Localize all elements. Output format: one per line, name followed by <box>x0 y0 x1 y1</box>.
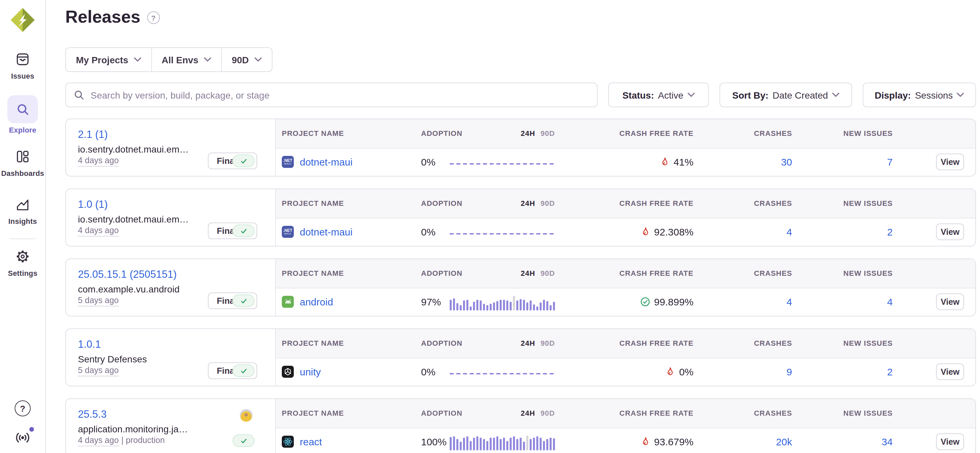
adoption-value: 0% <box>421 226 435 237</box>
new-issues-link[interactable]: 7 <box>887 156 893 167</box>
project-link[interactable]: unity <box>300 366 321 377</box>
range-90d-toggle[interactable]: 90D <box>541 259 555 288</box>
sparkline-bar <box>476 436 478 450</box>
sparkline-bar <box>529 439 531 450</box>
sidebar-item-explore[interactable]: Explore <box>0 95 45 134</box>
sentry-logo-icon[interactable] <box>10 7 36 33</box>
sort-label: Sort By: <box>732 90 768 100</box>
adoption-sparkline <box>450 363 555 380</box>
finalized-check-badge[interactable] <box>232 224 255 237</box>
new-issues-link[interactable]: 4 <box>887 296 893 307</box>
crashes-link[interactable]: 20k <box>776 436 792 447</box>
whats-new-button[interactable] <box>0 430 45 446</box>
new-issues-link[interactable]: 34 <box>882 436 893 447</box>
sparkline-bar <box>509 302 511 310</box>
sparkline-bar <box>546 301 548 310</box>
issues-icon <box>15 52 30 69</box>
finalized-check-badge[interactable] <box>232 154 255 167</box>
dotnet-icon: .NETMAUI <box>282 226 294 238</box>
date-range-dropdown[interactable]: 90D <box>221 48 272 71</box>
range-24h-toggle[interactable]: 24H <box>521 329 535 358</box>
search-input[interactable] <box>89 89 589 101</box>
sparkline-bar <box>466 436 468 450</box>
sparkline-bar <box>486 441 488 450</box>
view-button[interactable]: View <box>936 433 964 450</box>
crashes-link[interactable]: 4 <box>786 296 792 307</box>
column-adoption: ADOPTION <box>421 329 462 358</box>
view-button[interactable]: View <box>936 294 964 310</box>
sparkline-bar <box>519 438 521 450</box>
finalized-check-badge[interactable] <box>232 294 255 307</box>
column-new-issues: NEW ISSUES <box>843 189 893 218</box>
sparkline-bar <box>546 439 548 450</box>
sidebar-item-issues[interactable]: Issues <box>0 52 45 80</box>
status-filter-dropdown[interactable]: Status: Active <box>608 83 709 107</box>
project-link[interactable]: dotnet-maui <box>300 156 352 167</box>
environment-filter-dropdown[interactable]: All Envs <box>151 48 221 71</box>
column-project-name: PROJECT NAME <box>282 329 344 358</box>
sidebar-item-dashboards[interactable]: Dashboards <box>0 149 45 177</box>
sparkline-bar <box>457 439 458 450</box>
column-crash-free-rate: CRASH FREE RATE <box>620 119 694 148</box>
new-issues-link[interactable]: 2 <box>887 366 893 377</box>
releases-help-icon[interactable]: ? <box>147 11 160 24</box>
sparkline-bar <box>453 436 455 450</box>
release-version-link[interactable]: 2.1 (1) <box>78 128 108 141</box>
view-button[interactable]: View <box>936 154 964 170</box>
column-crash-free-rate: CRASH FREE RATE <box>620 399 694 428</box>
range-24h-toggle[interactable]: 24H <box>521 189 535 218</box>
settings-gear-icon <box>15 249 30 267</box>
project-filter-dropdown[interactable]: My Projects <box>66 48 151 71</box>
range-90d-toggle[interactable]: 90D <box>541 329 555 358</box>
project-link[interactable]: dotnet-maui <box>300 226 352 237</box>
sparkline-bar <box>539 302 541 310</box>
app-window: Issues Explore Dashboards <box>0 0 980 453</box>
crashes-link[interactable]: 4 <box>786 226 792 237</box>
dashboards-icon <box>15 149 30 167</box>
release-version-link[interactable]: 1.0.1 <box>78 338 101 350</box>
range-24h-toggle[interactable]: 24H <box>521 259 535 288</box>
insights-icon <box>15 197 30 215</box>
range-24h-toggle[interactable]: 24H <box>521 399 535 428</box>
release-version-link[interactable]: 25.05.15.1 (2505151) <box>78 268 177 280</box>
sidebar-item-settings[interactable]: Settings <box>0 249 45 277</box>
release-version-link[interactable]: 1.0 (1) <box>78 198 108 210</box>
table-row: .NETMAUI dotnet-maui 0% 41% 30 7 View <box>276 148 975 176</box>
crashes-link[interactable]: 9 <box>786 366 792 377</box>
range-90d-toggle[interactable]: 90D <box>541 119 555 148</box>
sparkline-bar <box>516 439 518 450</box>
sidebar: Issues Explore Dashboards <box>0 0 46 453</box>
sparkline-bar <box>473 438 475 450</box>
new-issues-link[interactable]: 2 <box>887 226 893 237</box>
finalized-check-badge[interactable] <box>232 434 255 447</box>
sparkline-bar <box>553 438 555 450</box>
main-content: Releases ? My Projects All Envs 90D <box>46 0 980 453</box>
search-box[interactable] <box>65 83 598 107</box>
release-age: 4 days ago <box>78 436 119 446</box>
range-90d-toggle[interactable]: 90D <box>541 189 555 218</box>
sparkline-bar <box>480 300 482 310</box>
project-link[interactable]: react <box>300 436 322 447</box>
crashes-link[interactable]: 30 <box>781 156 792 167</box>
page-title: Releases <box>65 6 141 27</box>
project-link[interactable]: android <box>300 296 333 307</box>
table-header: PROJECT NAME ADOPTION 24H 90D CRASH FREE… <box>276 399 975 428</box>
release-version-link[interactable]: 25.5.3 <box>78 408 107 420</box>
page-filter-bar: My Projects All Envs 90D <box>65 47 272 72</box>
chevron-down-icon <box>957 92 964 97</box>
range-24h-toggle[interactable]: 24H <box>521 119 535 148</box>
column-new-issues: NEW ISSUES <box>843 329 893 358</box>
column-new-issues: NEW ISSUES <box>843 259 893 288</box>
table-header: PROJECT NAME ADOPTION 24H 90D CRASH FREE… <box>276 189 975 218</box>
sidebar-item-insights[interactable]: Insights <box>0 197 45 225</box>
view-button[interactable]: View <box>936 224 964 240</box>
help-button[interactable]: ? <box>0 401 45 416</box>
status-label: Status: <box>622 90 654 100</box>
display-dropdown[interactable]: Display: Sessions <box>863 83 976 107</box>
sparkline-bar <box>529 300 531 310</box>
sort-by-dropdown[interactable]: Sort By: Date Created <box>719 83 852 107</box>
finalized-check-badge[interactable] <box>232 364 255 377</box>
range-90d-toggle[interactable]: 90D <box>541 399 555 428</box>
view-button[interactable]: View <box>936 363 964 380</box>
sparkline-bar <box>500 300 502 310</box>
